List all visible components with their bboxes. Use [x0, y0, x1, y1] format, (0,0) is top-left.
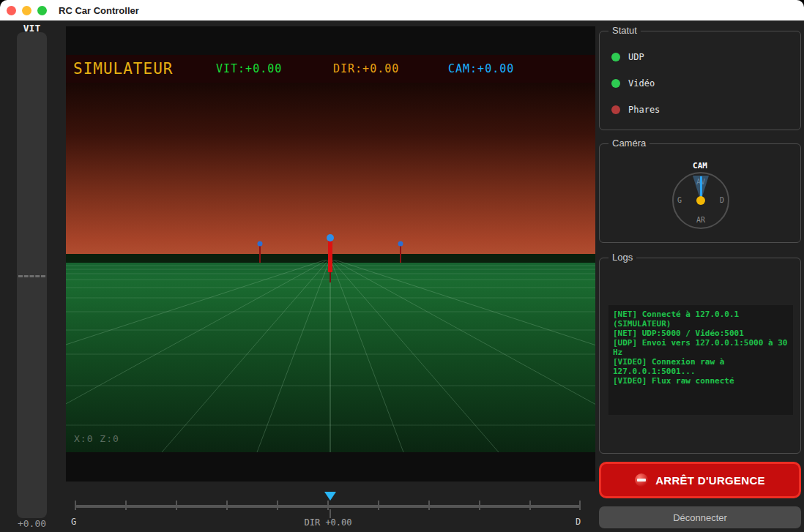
status-led-phares [611, 105, 620, 114]
logs-group: Logs [NET] Connecté à 127.0.0.1 (SIMULAT… [599, 258, 801, 454]
simulator-viewport[interactable]: SIMULATEUR VIT:+0.00 DIR:+0.00 CAM:+0.00 [66, 26, 595, 482]
camera-gauge: AV G D AR [672, 172, 729, 229]
hud-title: SIMULATEUR [73, 55, 173, 83]
hud-vit-value: VIT:+0.00 [216, 55, 282, 83]
status-item-udp: UDP [611, 52, 644, 62]
titlebar: RC Car Controller [0, 0, 804, 20]
dir-tick [226, 501, 228, 510]
app-window: RC Car Controller VIT +0.00 SIMULATEUR V… [0, 0, 804, 532]
status-led-udp [611, 53, 620, 61]
camera-center-dot [696, 196, 705, 205]
dir-tick [75, 501, 76, 510]
dir-slider-value: DIR +0.00 [75, 517, 581, 528]
status-group-title: Statut [608, 25, 641, 36]
window-title: RC Car Controller [59, 5, 139, 16]
dir-tick [125, 501, 127, 510]
simulator-hud: SIMULATEUR VIT:+0.00 DIR:+0.00 CAM:+0.00 [66, 55, 595, 83]
zoom-button[interactable] [37, 6, 47, 15]
hud-cam-value: CAM:+0.00 [448, 55, 514, 83]
dir-tick [176, 501, 177, 510]
no-entry-icon [635, 473, 648, 487]
minimize-button[interactable] [22, 6, 31, 15]
status-led-video [611, 79, 620, 88]
log-line: [VIDEO] Flux raw connecté [613, 376, 789, 386]
dir-slider-handle[interactable] [324, 492, 336, 501]
close-button[interactable] [7, 6, 16, 15]
pole-right [400, 244, 401, 263]
dir-tick [378, 501, 379, 510]
dir-tick [579, 501, 581, 510]
pole-left [259, 244, 261, 263]
pole-center-marker [327, 234, 334, 241]
dir-tick [327, 501, 329, 510]
log-output[interactable]: [NET] Connecté à 127.0.0.1 (SIMULATEUR) … [608, 305, 793, 415]
log-line: [VIDEO] Connexion raw à 127.0.0.1:5001..… [613, 357, 789, 376]
disconnect-button[interactable]: Déconnecter [599, 506, 801, 528]
hud-dir-value: DIR:+0.00 [333, 55, 399, 83]
emergency-stop-button[interactable]: ARRÊT D'URGENCE [599, 462, 801, 498]
pole-right-marker [398, 241, 403, 247]
log-line: [UDP] Envoi vers 127.0.0.1:5000 à 30 Hz [613, 338, 789, 357]
simulator-scene [66, 83, 595, 452]
dir-tick [529, 501, 531, 510]
dir-tick [277, 501, 278, 510]
sim-coordinates: X:0 Z:0 [74, 433, 119, 444]
dir-tick [428, 501, 430, 510]
vit-slider-value: +0.00 [10, 518, 54, 529]
camera-group: Caméra CAM AV G D AR [599, 143, 801, 243]
camera-group-title: Caméra [608, 138, 649, 149]
camera-gauge-label: CAM [600, 161, 800, 171]
status-group: Statut UDP Vidéo Phares [599, 31, 801, 130]
log-line: [NET] UDP:5000 / Vidéo:5001 [613, 329, 789, 338]
pole-center [328, 237, 332, 272]
dir-tick [479, 501, 480, 510]
logs-group-title: Logs [608, 252, 636, 263]
status-item-phares: Phares [611, 105, 660, 115]
pole-left-marker [258, 241, 263, 247]
log-line: [NET] Connecté à 127.0.0.1 (SIMULATEUR) [613, 310, 789, 329]
vit-slider-centerline [18, 275, 45, 277]
status-item-video: Vidéo [611, 78, 655, 89]
